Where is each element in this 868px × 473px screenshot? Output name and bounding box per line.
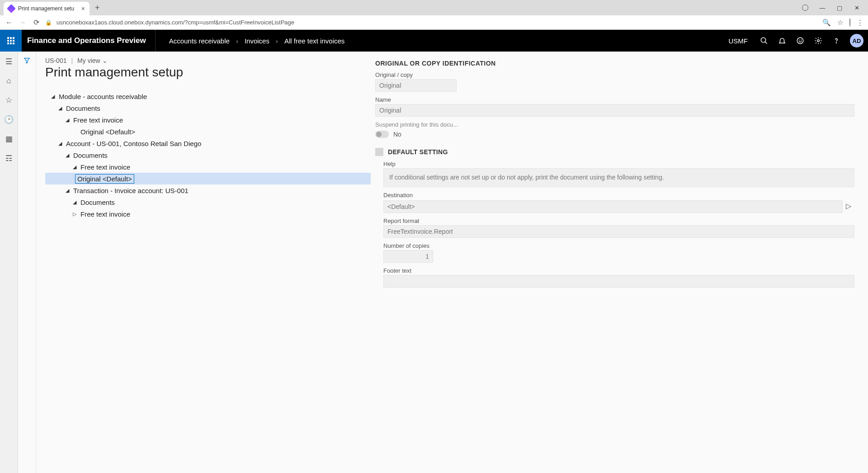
copies-field[interactable]: 1: [383, 250, 433, 263]
svg-point-0: [761, 38, 766, 43]
waffle-icon: [7, 37, 14, 44]
svg-point-4: [801, 40, 802, 40]
chevron-down-icon: ⌄: [102, 57, 108, 64]
tree-node-account[interactable]: ◢Account - US-001, Contoso Retail San Di…: [45, 137, 371, 149]
caret-down-icon: ◢: [71, 199, 78, 205]
name-field[interactable]: Original: [375, 104, 854, 117]
search-icon[interactable]: [755, 30, 773, 52]
help-label: Help: [383, 161, 854, 167]
breadcrumb: Accounts receivable › Invoices › All fre…: [156, 37, 345, 45]
original-copy-label: Original / copy: [375, 71, 854, 78]
new-tab-button[interactable]: +: [90, 3, 105, 13]
view-selector[interactable]: My view ⌄: [77, 57, 108, 64]
caret-down-icon: ◢: [64, 188, 71, 194]
address-bar: ← → ⟳ 🔒 usnconeboxax1aos.cloud.onebox.dy…: [0, 15, 868, 30]
copies-label: Number of copies: [383, 242, 854, 249]
section-title-identification: ORIGINAL OR COPY IDENTIFICATION: [375, 60, 854, 67]
reload-button[interactable]: ⟳: [32, 18, 41, 27]
tree-node-original-default[interactable]: Original <Default>: [45, 126, 371, 137]
caret-down-icon: ◢: [57, 141, 63, 147]
close-tab-icon[interactable]: ×: [81, 5, 85, 12]
workspace-icon[interactable]: ▦: [5, 134, 13, 144]
report-format-label: Report format: [383, 218, 854, 224]
svg-point-2: [797, 38, 803, 44]
menu-icon[interactable]: ⋮: [857, 19, 863, 27]
favicon-icon: [7, 4, 16, 13]
caret-right-icon: ▷: [71, 211, 78, 217]
caret-down-icon: ◢: [64, 117, 71, 123]
default-checkbox[interactable]: [375, 148, 383, 156]
filter-column: [18, 52, 36, 473]
bell-icon[interactable]: [773, 30, 791, 52]
destination-label: Destination: [383, 192, 854, 199]
tab-title: Print management setu: [18, 5, 74, 12]
caret-down-icon: ◢: [71, 164, 78, 170]
maximize-window-icon[interactable]: ▢: [832, 1, 847, 14]
smiley-icon[interactable]: [791, 30, 809, 52]
caret-down-icon: ◢: [64, 152, 71, 158]
destination-field[interactable]: <Default>: [383, 200, 843, 213]
footer-label: Footer text: [383, 267, 854, 274]
page-title: Print management setup: [45, 65, 371, 80]
original-copy-field[interactable]: Original: [375, 79, 457, 92]
modules-icon[interactable]: ☶: [5, 154, 12, 163]
svg-line-1: [765, 42, 767, 44]
caret-down-icon: ◢: [50, 94, 56, 99]
svg-point-3: [799, 40, 799, 40]
default-setting-title: DEFAULT SETTING: [388, 148, 448, 156]
breadcrumb-item[interactable]: Invoices: [245, 37, 269, 45]
tree: ◢Module - accounts receivable ◢Documents…: [45, 90, 371, 220]
recent-icon[interactable]: 🕑: [4, 115, 14, 124]
tree-node-documents[interactable]: ◢Documents: [45, 102, 371, 114]
tree-node-free-text-invoice[interactable]: ◢Free text invoice: [45, 114, 371, 126]
app-launcher-button[interactable]: [0, 30, 22, 52]
tree-node-documents[interactable]: ◢Documents: [45, 149, 371, 161]
user-avatar[interactable]: AD: [850, 34, 863, 47]
minimize-window-icon[interactable]: —: [815, 1, 830, 14]
url-text[interactable]: usnconeboxax1aos.cloud.onebox.dynamics.c…: [57, 19, 818, 26]
browser-user-icon[interactable]: [797, 1, 813, 14]
svg-marker-7: [24, 58, 29, 63]
lock-icon: 🔒: [45, 19, 52, 26]
caret-down-icon: ◢: [57, 105, 63, 111]
home-icon[interactable]: ⌂: [6, 76, 11, 85]
favorite-icon[interactable]: ☆: [5, 95, 12, 105]
record-id: US-001: [45, 57, 66, 64]
tree-node-module[interactable]: ◢Module - accounts receivable: [45, 90, 371, 102]
tree-node-transaction[interactable]: ◢Transaction - Invoice account: US-001: [45, 184, 371, 196]
gear-icon[interactable]: [809, 30, 827, 52]
suspend-label: Suspend printing for this docu...: [375, 121, 854, 128]
browser-tab-bar: Print management setu × + — ▢ ✕: [0, 0, 868, 15]
tree-node-free-text-invoice[interactable]: ◢Free text invoice: [45, 161, 371, 173]
name-label: Name: [375, 96, 854, 103]
profile-icon[interactable]: [849, 19, 850, 27]
close-window-icon[interactable]: ✕: [849, 1, 864, 14]
footer-field[interactable]: [383, 275, 854, 288]
help-text: If conditional settings are not set up o…: [383, 168, 854, 187]
chevron-right-icon: ›: [276, 37, 278, 45]
breadcrumb-item[interactable]: All free text invoices: [284, 37, 344, 45]
tree-node-original-default-selected[interactable]: Original <Default>: [45, 173, 371, 184]
help-icon[interactable]: [827, 30, 845, 52]
app-bar: Finance and Operations Preview Accounts …: [0, 30, 868, 52]
svg-point-6: [836, 43, 836, 43]
destination-lookup-icon[interactable]: ▷: [843, 200, 854, 213]
bookmark-icon[interactable]: ☆: [837, 19, 843, 27]
hamburger-icon[interactable]: ☰: [5, 57, 12, 66]
zoom-icon[interactable]: 🔍: [822, 19, 831, 27]
browser-tab[interactable]: Print management setu ×: [4, 2, 90, 15]
filter-icon[interactable]: [24, 57, 30, 473]
tree-node-documents[interactable]: ◢Documents: [45, 196, 371, 208]
forward-button[interactable]: →: [18, 19, 27, 27]
breadcrumb-item[interactable]: Accounts receivable: [169, 37, 230, 45]
svg-point-5: [817, 40, 820, 42]
app-title: Finance and Operations Preview: [22, 30, 156, 52]
company-label[interactable]: USMF: [722, 37, 755, 45]
suspend-toggle[interactable]: [375, 131, 389, 138]
report-format-field[interactable]: FreeTextInvoice.Report: [383, 225, 854, 238]
chevron-right-icon: ›: [236, 37, 238, 45]
suspend-value: No: [393, 131, 401, 138]
view-label: My view: [77, 57, 100, 64]
tree-node-free-text-invoice[interactable]: ▷Free text invoice: [45, 208, 371, 220]
back-button[interactable]: ←: [5, 19, 14, 27]
